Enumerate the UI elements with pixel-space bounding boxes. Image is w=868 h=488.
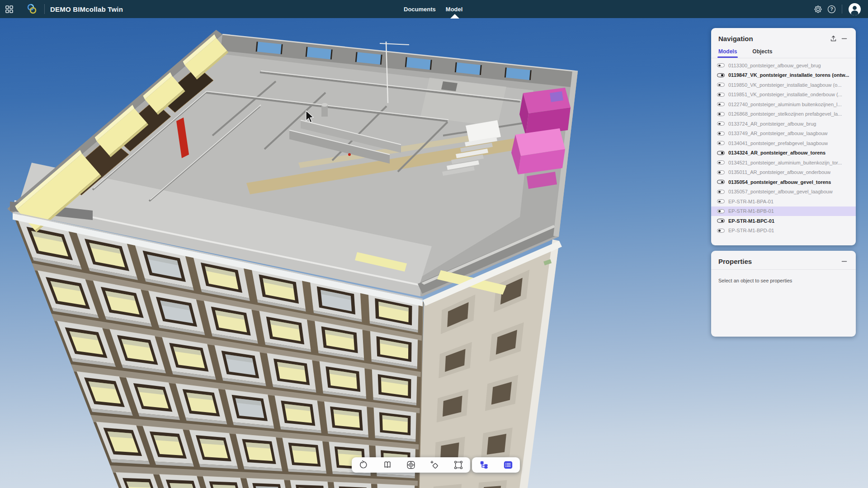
model-row[interactable]: 0133749_AR_pontsteiger_afbouw_laagbouw	[711, 129, 856, 139]
visibility-toggle-icon[interactable]	[717, 63, 725, 67]
visibility-toggle-icon[interactable]	[717, 141, 725, 145]
divider	[842, 5, 842, 14]
visibility-toggle-icon[interactable]	[717, 122, 725, 126]
section-box-icon[interactable]	[378, 458, 396, 472]
model-label: 0126868_pontsteiger_stelkozijnen prefabg…	[728, 111, 842, 117]
visibility-toggle-icon[interactable]	[717, 73, 725, 77]
model-label: 0119850_VK_pontsteiger_installatie_laagb…	[728, 82, 842, 88]
model-label: 0135054_pontsteiger_afbouw_gevel_torens	[728, 179, 831, 185]
model-label: 0119847_VK_pontsteiger_installatie_toren…	[728, 72, 849, 78]
app-window: { "topbar": { "title": "DEMO BIMcollab T…	[0, 0, 868, 488]
model-label: 0134521_pontsteiger_aluminium_buitenkozi…	[728, 160, 842, 165]
visibility-toggle-icon[interactable]	[717, 170, 725, 174]
model-list: 0113300_pontsteiger_afbouw_gevel_brug 01…	[711, 58, 856, 235]
visibility-toggle-icon[interactable]	[717, 151, 725, 155]
visibility-toggle-icon[interactable]	[717, 160, 725, 164]
tab-objects[interactable]: Objects	[752, 48, 772, 58]
navigation-tabs: Models Objects	[711, 45, 856, 58]
reset-view-icon[interactable]	[354, 458, 373, 472]
model-row[interactable]: 0119847_VK_pontsteiger_installatie_toren…	[711, 70, 856, 80]
model-row[interactable]: EP-STR-M1-BPD-01	[711, 226, 856, 236]
navigation-panel: Navigation Models Objects 0113300_pontst…	[711, 28, 856, 245]
model-label: 0135057_pontsteiger_afbouw_gevel_laagbou…	[728, 189, 833, 194]
apps-grid-icon[interactable]	[0, 0, 18, 18]
viewer-toolbar	[352, 457, 470, 473]
model-label: 0113300_pontsteiger_afbouw_gevel_brug	[728, 63, 821, 68]
model-row[interactable]: 0133724_AR_pontsteiger_afbouw_brug	[711, 119, 856, 129]
tab-model[interactable]: Model	[446, 6, 463, 13]
model-row[interactable]: 0122740_pontsteiger_aluminium buitenkozi…	[711, 99, 856, 109]
tab-documents[interactable]: Documents	[404, 6, 436, 13]
model-tree-icon[interactable]	[475, 458, 493, 472]
tab-models[interactable]: Models	[718, 48, 737, 58]
model-row[interactable]: 0135057_pontsteiger_afbouw_gevel_laagbou…	[711, 187, 856, 197]
model-row[interactable]: EP-STR-M1-BPA-01	[711, 197, 856, 206]
user-avatar[interactable]	[849, 3, 861, 15]
model-row[interactable]: 0134041_pontsteiger_prefabgevel_laagbouw	[711, 138, 856, 148]
top-app-bar: DEMO BIMcollab Twin Documents Model ?	[0, 0, 868, 18]
visibility-toggle-icon[interactable]	[717, 131, 725, 136]
model-label: 0133724_AR_pontsteiger_afbouw_brug	[728, 121, 816, 127]
model-label: 0135011_AR_pontsteiger_afbouw_onderbouw	[728, 169, 830, 175]
help-icon[interactable]: ?	[825, 0, 838, 18]
app-title: DEMO BIMcollab Twin	[50, 5, 123, 13]
model-label: EP-STR-M1-BPA-01	[728, 199, 774, 204]
model-row[interactable]: 0134521_pontsteiger_aluminium_buitenkozi…	[711, 158, 856, 168]
model-label: EP-STR-M1-BPD-01	[728, 228, 774, 233]
properties-panel: Properties Select an object to see prope…	[711, 251, 856, 337]
model-row[interactable]: EP-STR-M1-BPB-01	[711, 206, 856, 216]
model-label: 0133749_AR_pontsteiger_afbouw_laagbouw	[728, 131, 828, 136]
model-label: 0119851_VK_pontsteiger_installatie_onder…	[728, 92, 842, 97]
visibility-toggle-icon[interactable]	[717, 199, 725, 203]
model-row[interactable]: EP-STR-M1-BPC-01	[711, 216, 856, 226]
view-mode-toolbar	[472, 457, 520, 473]
settings-gear-icon[interactable]	[811, 0, 825, 18]
model-row[interactable]: 0113300_pontsteiger_afbouw_gevel_brug	[711, 61, 856, 70]
navigation-panel-title: Navigation	[718, 35, 828, 42]
model-row[interactable]: 0126868_pontsteiger_stelkozijnen prefabg…	[711, 109, 856, 119]
visibility-toggle-icon[interactable]	[717, 83, 725, 87]
model-label: 0134324_AR_pontsteiger_afbouw_torens	[728, 150, 826, 155]
visibility-toggle-icon[interactable]	[717, 180, 725, 184]
svg-text:?: ?	[830, 6, 833, 12]
visibility-toggle-icon[interactable]	[717, 229, 725, 233]
model-label: 0122740_pontsteiger_aluminium buitenkozi…	[728, 102, 842, 107]
navigation-wheel-icon[interactable]	[402, 458, 420, 472]
collapse-icon[interactable]	[839, 34, 849, 43]
visibility-toggle-icon[interactable]	[717, 102, 725, 106]
model-row[interactable]: 0135011_AR_pontsteiger_afbouw_onderbouw	[711, 168, 856, 178]
measure-icon[interactable]	[425, 458, 443, 472]
visibility-toggle-icon[interactable]	[717, 209, 725, 213]
visibility-toggle-icon[interactable]	[717, 219, 725, 223]
list-view-icon[interactable]	[499, 458, 517, 472]
model-row[interactable]: 0119851_VK_pontsteiger_installatie_onder…	[711, 90, 856, 100]
properties-empty-message: Select an object to see properties	[711, 270, 856, 291]
divider	[44, 4, 45, 14]
active-tab-pointer	[450, 14, 459, 19]
model-row[interactable]: 0135054_pontsteiger_afbouw_gevel_torens	[711, 177, 856, 187]
model-label: EP-STR-M1-BPC-01	[728, 218, 774, 224]
select-area-icon[interactable]	[449, 458, 467, 472]
visibility-toggle-icon[interactable]	[717, 112, 725, 116]
bimcollab-logo[interactable]	[24, 0, 40, 18]
model-row[interactable]: 0134324_AR_pontsteiger_afbouw_torens	[711, 148, 856, 158]
visibility-toggle-icon[interactable]	[717, 190, 725, 194]
model-row[interactable]: 0119850_VK_pontsteiger_installatie_laagb…	[711, 80, 856, 90]
model-label: 0134041_pontsteiger_prefabgevel_laagbouw	[728, 141, 828, 146]
properties-panel-title: Properties	[718, 258, 839, 265]
export-icon[interactable]	[828, 34, 839, 43]
model-label: EP-STR-M1-BPB-01	[728, 208, 774, 214]
collapse-icon[interactable]	[839, 257, 849, 266]
visibility-toggle-icon[interactable]	[717, 93, 725, 97]
